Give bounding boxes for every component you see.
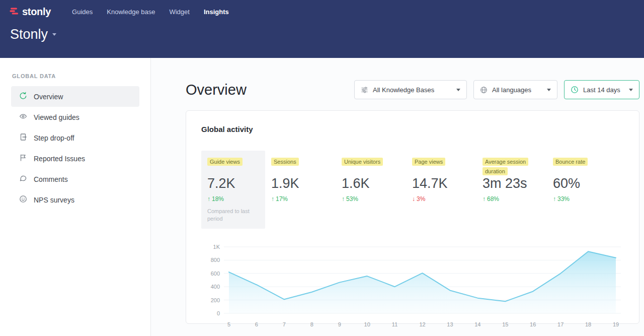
metric-value: 1.6K (342, 176, 412, 191)
metric-change: ↑53% (342, 195, 412, 203)
sidebar-item-reported-issues[interactable]: Reported Issues (11, 148, 139, 169)
svg-text:15: 15 (502, 321, 508, 327)
metric-avg-session-duration[interactable]: Average session duration 3m 23s ↑68% (482, 151, 553, 229)
step-dropoff-icon (19, 133, 27, 143)
svg-text:14: 14 (474, 321, 480, 327)
svg-text:18: 18 (585, 321, 591, 327)
svg-text:16: 16 (530, 321, 536, 327)
languages-dropdown[interactable]: All languages (473, 80, 557, 99)
knowledge-bases-dropdown[interactable]: All Knowledge Bases (354, 80, 467, 99)
svg-text:6: 6 (255, 321, 258, 327)
sidebar-item-label: Viewed guides (34, 113, 79, 121)
languages-value: All languages (492, 86, 543, 94)
svg-text:10: 10 (364, 321, 370, 327)
sidebar-item-label: Reported Issues (34, 155, 85, 163)
metric-label: Unique visitors (342, 157, 399, 175)
eye-icon (19, 112, 27, 122)
activity-chart-container: 02004006008001K5678910111213141516171819 (201, 243, 624, 329)
metric-label: Bounce rate (553, 157, 610, 175)
filters-bar: All Knowledge Bases All languages Last 1… (354, 80, 639, 99)
date-range-dropdown[interactable]: Last 14 days (564, 80, 639, 99)
chevron-down-icon (547, 89, 551, 91)
flag-icon (19, 154, 27, 163)
sliders-icon (361, 86, 368, 94)
sidebar-item-comments[interactable]: Comments (11, 169, 139, 189)
activity-area-chart: 02004006008001K5678910111213141516171819 (201, 243, 624, 329)
nav-item-insights[interactable]: Insights (204, 5, 229, 19)
chevron-down-icon (456, 89, 460, 91)
metric-label: Page views (412, 157, 469, 175)
comment-icon (19, 174, 27, 184)
clock-icon (571, 86, 579, 94)
svg-text:19: 19 (613, 321, 619, 327)
stonly-logo[interactable]: stonly (9, 6, 51, 18)
svg-text:0: 0 (217, 310, 220, 316)
svg-text:600: 600 (211, 271, 220, 277)
nav-item-knowledge-base[interactable]: Knowledge base (107, 5, 155, 19)
svg-text:400: 400 (211, 284, 220, 290)
nav-item-widget[interactable]: Widget (169, 5, 189, 19)
metric-value: 7.2K (207, 176, 259, 191)
topnav-row: stonly Guides Knowledge base Widget Insi… (9, 0, 635, 19)
sidebar-item-label: NPS surveys (34, 196, 74, 204)
svg-text:12: 12 (419, 321, 425, 327)
brand-name: stonly (22, 6, 51, 18)
metric-bounce-rate[interactable]: Bounce rate 60% ↑33% (553, 151, 623, 229)
workspace-selector[interactable]: Stonly (9, 27, 635, 42)
top-navbar: stonly Guides Knowledge base Widget Insi… (0, 0, 644, 58)
knowledge-bases-value: All Knowledge Bases (373, 86, 452, 94)
sidebar-item-label: Step drop-off (34, 134, 74, 142)
overview-icon (19, 92, 27, 101)
stonly-logo-icon (9, 6, 19, 18)
metric-value: 60% (553, 176, 623, 191)
trend-arrow-icon: ↑ (482, 195, 486, 203)
svg-text:11: 11 (392, 321, 397, 327)
svg-text:7: 7 (283, 321, 286, 327)
page-title: Overview (186, 82, 247, 98)
sidebar-item-nps-surveys[interactable]: NPS surveys (11, 189, 139, 210)
metric-value: 3m 23s (482, 176, 553, 191)
metric-label: Sessions (271, 157, 329, 175)
sidebar-item-label: Comments (34, 175, 68, 183)
metrics-row: Guide views 7.2K ↑18% Compared to last p… (201, 151, 624, 229)
metric-value: 1.9K (271, 176, 342, 191)
trend-arrow-icon: ↑ (342, 195, 345, 203)
metric-unique-visitors[interactable]: Unique visitors 1.6K ↑53% (342, 151, 412, 229)
globe-icon (480, 86, 488, 94)
chevron-down-icon (52, 33, 56, 36)
topnav-links: Guides Knowledge base Widget Insights (65, 5, 236, 19)
sidebar-item-viewed-guides[interactable]: Viewed guides (11, 107, 139, 127)
trend-arrow-icon: ↓ (412, 195, 415, 203)
sidebar-item-label: Overview (34, 93, 63, 101)
sidebar-item-step-dropoff[interactable]: Step drop-off (11, 127, 139, 148)
sidebar-section-label: GLOBAL DATA (12, 73, 150, 79)
svg-text:5: 5 (227, 321, 230, 327)
metric-change: ↑33% (553, 195, 623, 203)
main-header: Overview All Knowledge Bases All languag… (186, 80, 639, 99)
smiley-icon (19, 195, 27, 205)
svg-text:17: 17 (557, 321, 564, 327)
compare-note: Compared to last period (207, 208, 258, 223)
svg-text:9: 9 (338, 321, 341, 327)
svg-text:800: 800 (211, 257, 220, 263)
metric-page-views[interactable]: Page views 14.7K ↓3% (412, 151, 482, 229)
main-content: Overview All Knowledge Bases All languag… (151, 58, 644, 336)
page-body: GLOBAL DATA Overview Viewed guides Step … (0, 58, 644, 336)
metric-change: ↑17% (271, 195, 342, 203)
svg-text:200: 200 (211, 297, 220, 303)
chevron-down-icon (629, 89, 633, 91)
metric-change: ↓3% (412, 195, 482, 203)
nav-item-guides[interactable]: Guides (72, 5, 93, 19)
card-title: Global activity (201, 125, 624, 133)
svg-text:1K: 1K (213, 244, 220, 250)
trend-arrow-icon: ↑ (207, 195, 210, 203)
metric-label: Average session duration (482, 157, 540, 175)
svg-text:8: 8 (310, 321, 313, 327)
sidebar: GLOBAL DATA Overview Viewed guides Step … (0, 58, 151, 336)
trend-arrow-icon: ↑ (553, 195, 556, 203)
global-activity-card: Global activity Guide views 7.2K ↑18% Co… (186, 110, 639, 324)
metric-guide-views[interactable]: Guide views 7.2K ↑18% Compared to last p… (201, 151, 265, 229)
sidebar-item-overview[interactable]: Overview (11, 86, 139, 107)
metric-change: ↑68% (482, 195, 553, 203)
metric-sessions[interactable]: Sessions 1.9K ↑17% (271, 151, 342, 229)
